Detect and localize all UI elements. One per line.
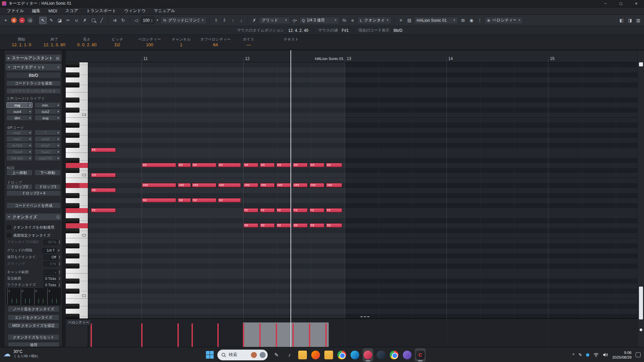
midi-note-D3[interactable]: D3 [192, 163, 216, 167]
midi-note-G2[interactable]: G2 [178, 198, 191, 202]
current-chord-display[interactable]: Bb/D [6, 72, 61, 78]
note-grid[interactable]: F3C3A2F2D3D3D3D3A#2A#2A#2A#2G2G2G2G2D3D3… [88, 62, 637, 318]
menu-item-3[interactable]: スコア [61, 7, 82, 14]
midi-note-F3[interactable]: F3 [91, 148, 116, 152]
tetrad-button-2[interactable]: min7▸ [6, 136, 33, 142]
section-scale-assistant[interactable]: ▶スケールアシスタント▥ [6, 55, 61, 61]
object-select-tool[interactable]: ↖ [39, 17, 47, 24]
triad-button-2[interactable]: sus4▸ [6, 109, 33, 114]
step-input-icon[interactable]: ≡ [397, 17, 405, 24]
toolbar-setup-icon[interactable]: ▥ [635, 17, 642, 24]
midi-note-G2[interactable]: G2 [142, 198, 176, 202]
velocity-bar[interactable] [192, 323, 193, 347]
midi-note-D3[interactable]: D3 [142, 163, 176, 167]
search-highlight-icon[interactable] [251, 352, 257, 358]
split-tool[interactable]: ✂ [64, 17, 72, 24]
selected-velocity-region[interactable] [243, 322, 329, 347]
info-field-2[interactable]: 長さ0. 0. 2. 80 [73, 35, 100, 50]
midi-note-F2[interactable]: F2 [326, 208, 342, 213]
piano-key-G4[interactable] [66, 77, 88, 82]
erase-tool[interactable]: ◪ [56, 17, 63, 24]
autoscroll-button[interactable]: ⇉ [111, 17, 118, 24]
info-field-4[interactable]: ベロシティー100 [136, 35, 163, 50]
piano-key-Ds4[interactable] [66, 98, 88, 103]
maximize-button[interactable]: ▢ [613, 0, 629, 7]
quantize-row-3-stepper[interactable]: ▴▾ [59, 262, 60, 266]
auto-apply-quantize-checkbox-box[interactable] [7, 225, 11, 229]
piano-key-Cs1[interactable] [66, 289, 88, 294]
piano-key-Gs2[interactable] [66, 193, 88, 198]
move-down-button[interactable]: ↓ [237, 17, 245, 24]
part-select[interactable]: HALion Sonic 01▼ [414, 17, 458, 24]
info-field-3[interactable]: ピッチD2 [104, 35, 131, 50]
piano-key-C4[interactable]: C4 [66, 113, 88, 118]
info-field-7[interactable]: ボイス— [235, 35, 262, 50]
piano-key-G3[interactable] [66, 138, 88, 143]
scrollbar-thumb[interactable] [639, 287, 643, 319]
piano-key-F3[interactable] [66, 148, 88, 153]
match-chord-track-button[interactable]: コードトラックに合わせる [6, 88, 61, 94]
midi-note-F2[interactable]: F2 [276, 208, 291, 213]
piano-key-B0[interactable] [66, 299, 88, 304]
velocity-bar[interactable] [177, 323, 179, 347]
piano-key-G2[interactable] [66, 198, 88, 203]
midi-note-D3[interactable]: D3 [218, 163, 241, 167]
draw-tool[interactable]: ✎ [48, 17, 55, 24]
midi-note-F2[interactable]: F2 [293, 208, 308, 213]
quantize-row-6-value[interactable]: 0 Ticks [44, 283, 58, 288]
wifi-icon[interactable] [593, 353, 599, 357]
midi-note-G2[interactable]: G2 [192, 198, 216, 202]
piano-key-B3[interactable] [66, 118, 88, 123]
move-up-button[interactable]: ↑ [229, 17, 236, 24]
chrome-icon[interactable] [336, 348, 347, 362]
piano-key-Fs4[interactable] [66, 82, 88, 87]
piano-key-E2[interactable] [66, 213, 88, 218]
piano-key-D2[interactable] [66, 223, 88, 228]
piano-key-A0[interactable] [66, 309, 88, 314]
quantize-row-4-stepper[interactable]: ▴▾ [59, 270, 60, 274]
audio-app-icon[interactable] [363, 348, 373, 362]
piano-key-E3[interactable] [66, 153, 88, 158]
quantize-apply-button-0[interactable]: クオンタイズをリセット [8, 334, 59, 340]
insert-velocity-field-stepper[interactable]: ▴▾ [151, 18, 152, 22]
insert-velocity-field[interactable]: 100▴▾ [141, 17, 154, 24]
velocity-bar[interactable] [141, 323, 143, 347]
menu-item-4[interactable]: トランスポート [82, 7, 120, 14]
piano-key-E1[interactable] [66, 274, 88, 279]
snap-mode-icon[interactable]: -|+ [291, 17, 298, 24]
info-field-8[interactable]: テキスト [276, 35, 306, 50]
section-quantize[interactable]: ▼クオンタイズQ [6, 214, 61, 220]
piano-key-A4[interactable] [66, 67, 88, 72]
quantize-apply-button-1[interactable]: 適用 [8, 342, 59, 347]
iterative-quantize-icon[interactable]: e [349, 17, 356, 24]
piano-key-B1[interactable] [66, 238, 88, 243]
part-borders-icon[interactable]: ⊞ [459, 17, 467, 24]
tray-pen-icon[interactable]: ✎ [579, 352, 582, 357]
drop-button-0[interactable]: ドロップ2 [6, 184, 33, 190]
timeline-ruler[interactable]: 1112131415HALion Sonic 01 [88, 50, 637, 62]
color-wheel-icon[interactable]: ◉ [468, 17, 475, 24]
piano-key-D3[interactable] [66, 163, 88, 168]
tetrad-button-9[interactable]: maj7/#5▸ [35, 155, 61, 161]
piano-key-Cs4[interactable] [66, 108, 88, 113]
triad-button-5[interactable]: aug▸ [35, 115, 61, 121]
edge-icon[interactable] [350, 348, 360, 362]
piano-key-C2[interactable]: C2 [66, 233, 88, 238]
midi-note-D3[interactable]: D3 [276, 163, 291, 167]
triad-button-3[interactable]: sus2▸ [35, 109, 61, 114]
quantize-apply-icon[interactable]: % [340, 17, 348, 24]
menu-item-6[interactable]: マニュアル [150, 7, 179, 14]
midi-note-As2[interactable]: A#2 [178, 183, 191, 187]
tetrad-button-5[interactable]: minj7▸ [35, 142, 61, 148]
piano-key-Cs3[interactable] [66, 168, 88, 173]
quantize-action-button-2[interactable]: MIDI クオンタイズを固定 [8, 322, 59, 328]
midi-note-D3[interactable]: D3 [310, 163, 324, 167]
midi-note-D2[interactable]: D2 [244, 223, 258, 228]
piano-key-C3[interactable]: C3 [66, 173, 88, 178]
soft-quantize-checkbox-box[interactable] [7, 233, 11, 237]
start-button[interactable] [205, 351, 214, 359]
inversion-button-0[interactable]: 上へ移動 [6, 170, 33, 176]
midi-note-D2[interactable]: D2 [260, 223, 275, 228]
quantize-row-0-stepper[interactable]: ▴▾ [59, 240, 60, 244]
piano-key-Gs0[interactable] [66, 314, 88, 319]
